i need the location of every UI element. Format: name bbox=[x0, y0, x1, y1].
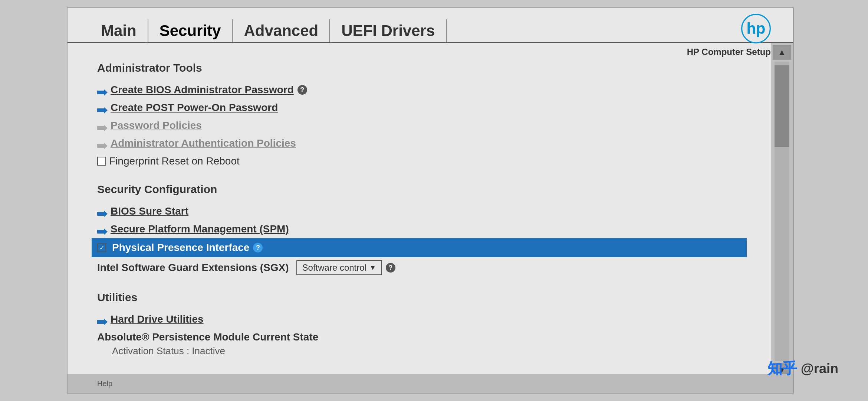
create-bios-pw-item[interactable]: Create BIOS Administrator Password ? bbox=[97, 81, 741, 99]
arrow-icon bbox=[97, 140, 108, 147]
scroll-thumb[interactable] bbox=[775, 65, 789, 147]
nav-item-advanced[interactable]: Advanced bbox=[233, 19, 330, 42]
hp-logo-icon: hp bbox=[741, 14, 771, 43]
watermark-platform: 知乎 bbox=[767, 358, 797, 379]
hp-subtitle: HP Computer Setup bbox=[687, 47, 771, 57]
fingerprint-reset-item[interactable]: Fingerprint Reset on Reboot bbox=[97, 152, 741, 170]
absolute-module-section: Absolute® Persistence Module Current Sta… bbox=[97, 328, 741, 360]
scrollbar: ▲ ▼ bbox=[771, 43, 793, 379]
arrow-icon bbox=[97, 226, 108, 232]
physical-presence-checkbox[interactable] bbox=[97, 243, 106, 252]
nav-bar: Main Security Advanced UEFI Drivers hp H… bbox=[68, 8, 793, 43]
hp-branding: hp HP Computer Setup bbox=[687, 14, 771, 57]
absolute-module-header: Absolute® Persistence Module Current Sta… bbox=[97, 331, 741, 343]
bottom-bar: Help bbox=[68, 374, 793, 393]
arrow-icon bbox=[97, 316, 108, 323]
spm-item[interactable]: Secure Platform Management (SPM) bbox=[97, 220, 741, 238]
svg-marker-8 bbox=[97, 319, 108, 325]
svg-marker-2 bbox=[97, 89, 108, 96]
nav-item-security[interactable]: Security bbox=[148, 19, 233, 42]
physical-presence-label: Physical Presence Interface bbox=[112, 242, 249, 254]
nav-item-main[interactable]: Main bbox=[90, 19, 148, 42]
create-bios-pw-label: Create BIOS Administrator Password bbox=[111, 84, 294, 96]
sgx-row: Intel Software Guard Extensions (SGX) So… bbox=[97, 257, 741, 278]
sgx-dropdown[interactable]: Software control ▼ bbox=[296, 260, 382, 275]
main-content: Administrator Tools Create BIOS Administ… bbox=[68, 43, 771, 379]
create-bios-pw-help-icon[interactable]: ? bbox=[297, 85, 307, 95]
sgx-help-icon[interactable]: ? bbox=[386, 263, 395, 273]
physical-presence-help-icon[interactable]: ? bbox=[253, 243, 263, 252]
arrow-icon bbox=[97, 87, 108, 93]
utilities-header: Utilities bbox=[97, 291, 741, 304]
content-area: Administrator Tools Create BIOS Administ… bbox=[68, 43, 793, 379]
spm-label: Secure Platform Management (SPM) bbox=[111, 223, 289, 235]
activation-status: Activation Status : Inactive bbox=[97, 343, 741, 357]
create-post-pw-item[interactable]: Create POST Power-On Password bbox=[97, 99, 741, 117]
arrow-icon bbox=[97, 122, 108, 129]
scroll-track[interactable] bbox=[775, 62, 789, 361]
admin-tools-header: Administrator Tools bbox=[97, 62, 741, 74]
sgx-dropdown-value: Software control bbox=[302, 263, 366, 273]
watermark-user: @rain bbox=[801, 361, 838, 376]
dropdown-arrow-icon: ▼ bbox=[369, 264, 376, 272]
security-config-header: Security Configuration bbox=[97, 183, 741, 196]
watermark: 知乎 @rain bbox=[767, 358, 838, 379]
password-policies-label: Password Policies bbox=[111, 120, 202, 131]
create-post-pw-label: Create POST Power-On Password bbox=[111, 102, 278, 114]
svg-marker-4 bbox=[97, 125, 108, 131]
scroll-up-button[interactable]: ▲ bbox=[773, 45, 791, 60]
fingerprint-reset-label: Fingerprint Reset on Reboot bbox=[109, 155, 240, 167]
admin-auth-policies-label: Administrator Authentication Policies bbox=[111, 137, 296, 149]
svg-marker-5 bbox=[97, 143, 108, 149]
nav-item-uefi-drivers[interactable]: UEFI Drivers bbox=[330, 19, 447, 42]
sgx-label: Intel Software Guard Extensions (SGX) bbox=[97, 262, 289, 274]
svg-marker-3 bbox=[97, 107, 108, 114]
hard-drive-utils-item[interactable]: Hard Drive Utilities bbox=[97, 310, 741, 328]
svg-text:hp: hp bbox=[747, 20, 766, 37]
arrow-icon bbox=[97, 104, 108, 111]
svg-marker-6 bbox=[97, 211, 108, 217]
password-policies-item[interactable]: Password Policies bbox=[97, 117, 741, 134]
svg-marker-7 bbox=[97, 228, 108, 235]
physical-presence-item[interactable]: Physical Presence Interface ? bbox=[92, 238, 747, 257]
arrow-icon bbox=[97, 208, 108, 215]
bios-sure-start-item[interactable]: BIOS Sure Start bbox=[97, 202, 741, 220]
fingerprint-reset-checkbox[interactable] bbox=[97, 157, 106, 166]
help-text: Help bbox=[97, 379, 112, 388]
admin-auth-policies-item[interactable]: Administrator Authentication Policies bbox=[97, 134, 741, 152]
bios-sure-start-label: BIOS Sure Start bbox=[111, 205, 188, 217]
hard-drive-utils-label: Hard Drive Utilities bbox=[111, 313, 204, 325]
